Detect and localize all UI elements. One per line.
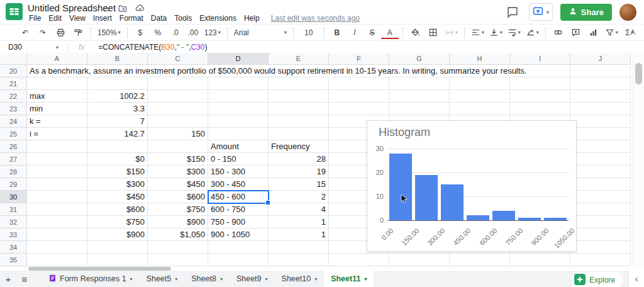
cell-J27[interactable] (570, 153, 631, 166)
cell-C26[interactable] (148, 140, 208, 153)
share-button[interactable]: Share (560, 4, 612, 21)
cell-C27[interactable]: $150 (148, 153, 208, 166)
cell-A33[interactable] (27, 228, 87, 241)
italic-button[interactable]: I (346, 26, 364, 40)
cell-J33[interactable] (570, 228, 631, 241)
print-button[interactable] (52, 26, 69, 40)
cell-C31[interactable]: $750 (148, 203, 208, 216)
cell-H21[interactable] (450, 77, 510, 90)
sheet-tab-caret-icon[interactable]: ▾ (364, 276, 367, 282)
create-filter-button[interactable]: ▾ (602, 26, 621, 40)
text-color-button[interactable]: A (381, 28, 399, 39)
cell-A23[interactable]: min (27, 103, 87, 115)
cell-H23[interactable] (450, 103, 510, 115)
sheet-tab-sheet10[interactable]: Sheet10▾ (275, 271, 325, 287)
menu-data[interactable]: Data (147, 13, 170, 23)
paint-format-button[interactable] (69, 26, 87, 40)
present-button[interactable]: ▾ (529, 3, 553, 21)
undo-button[interactable]: ↶ (16, 26, 34, 40)
row-header-21[interactable]: 21 (0, 77, 27, 90)
column-header-I[interactable]: I (510, 53, 570, 65)
chart-bar-750-900[interactable] (518, 218, 541, 220)
text-wrap-button[interactable]: ▾ (505, 26, 523, 40)
row-header-20[interactable]: 20 (0, 65, 27, 77)
cell-J20[interactable] (570, 65, 631, 77)
all-sheets-button[interactable]: ≡ (16, 271, 33, 287)
menu-format[interactable]: Format (116, 13, 147, 23)
add-sheet-button[interactable]: + (0, 271, 16, 287)
cell-D25[interactable] (208, 128, 269, 140)
cell-G21[interactable] (389, 77, 450, 90)
account-avatar[interactable] (619, 4, 636, 21)
cell-D28[interactable]: 150 - 300 (208, 166, 269, 178)
cell-D31[interactable]: 600 - 750 (208, 203, 269, 216)
vertical-scrollbar[interactable] (633, 53, 644, 266)
column-header-G[interactable]: G (389, 53, 450, 65)
vertical-align-button[interactable]: ▾ (487, 26, 505, 40)
star-icon[interactable]: ☆ (103, 4, 111, 14)
cell-I22[interactable] (510, 90, 570, 103)
row-header-25[interactable]: 25 (0, 128, 27, 140)
comment-history-icon[interactable] (504, 5, 521, 19)
cell-J35[interactable] (570, 254, 631, 266)
insert-link-button[interactable] (550, 26, 567, 40)
row-header-33[interactable]: 33 (0, 228, 27, 241)
last-edit-status[interactable]: Last edit was seconds ago (271, 14, 360, 23)
format-currency-button[interactable]: $ (131, 26, 149, 40)
text-rotation-button[interactable]: ▾ (523, 26, 541, 40)
cell-J23[interactable] (570, 103, 631, 115)
cell-E34[interactable] (269, 241, 329, 254)
cell-B30[interactable]: $450 (87, 191, 148, 203)
cell-D29[interactable]: 300 - 450 (208, 178, 269, 191)
cell-D27[interactable]: 0 - 150 (208, 153, 269, 166)
cell-A25[interactable]: i = (27, 128, 87, 140)
row-header-28[interactable]: 28 (0, 166, 27, 178)
cell-A35[interactable] (27, 254, 87, 266)
menu-extensions[interactable]: Extensions (196, 13, 240, 23)
menu-help[interactable]: Help (240, 13, 264, 23)
chart-bar-450-600[interactable] (467, 215, 489, 220)
cell-D26[interactable]: Amount (208, 140, 269, 153)
cell-A29[interactable] (27, 178, 87, 191)
cell-E30[interactable]: 2 (269, 191, 329, 203)
chart-bar-150-300[interactable] (415, 175, 438, 220)
cell-B22[interactable]: 1002.2 (87, 90, 148, 103)
increase-decimal-button[interactable]: .00 (184, 26, 202, 40)
cell-B27[interactable]: $0 (87, 153, 148, 166)
select-all-corner[interactable] (0, 53, 27, 65)
column-header-D[interactable]: D (208, 53, 269, 65)
cell-A26[interactable] (27, 140, 87, 153)
decrease-decimal-button[interactable]: .0 (167, 26, 184, 40)
sheet-tab-form-responses-1[interactable]: Form Responses 1▾ (42, 271, 140, 287)
cell-H22[interactable] (450, 90, 510, 103)
horizontal-align-button[interactable]: ▾ (469, 26, 487, 40)
cell-E35[interactable] (269, 254, 329, 266)
cell-B31[interactable]: $600 (87, 203, 148, 216)
row-header-23[interactable]: 23 (0, 103, 27, 115)
cell-I21[interactable] (510, 77, 570, 90)
cell-B23[interactable]: 3.3 (87, 103, 148, 115)
cell-C34[interactable] (148, 241, 208, 254)
cell-A22[interactable]: max (27, 90, 87, 103)
cell-E28[interactable]: 19 (269, 166, 329, 178)
menu-view[interactable]: View (65, 13, 89, 23)
cell-C35[interactable] (148, 254, 208, 266)
spreadsheet-grid[interactable]: ABCDEFGHIJ20As a benchmark, assume an in… (0, 53, 633, 266)
cell-G23[interactable] (389, 103, 450, 115)
cell-F21[interactable] (329, 77, 389, 90)
functions-button[interactable]: Σ▾ (621, 26, 638, 40)
cell-B28[interactable]: $150 (87, 166, 148, 178)
cell-F35[interactable] (329, 254, 389, 266)
row-header-22[interactable]: 22 (0, 90, 27, 103)
cell-J34[interactable] (570, 241, 631, 254)
sheets-logo-icon[interactable] (6, 3, 23, 20)
cell-B25[interactable]: 142.7 (87, 128, 148, 140)
sheet-tab-caret-icon[interactable]: ▾ (130, 276, 133, 282)
cell-C24[interactable] (148, 115, 208, 128)
row-header-34[interactable]: 34 (0, 241, 27, 254)
cell-J22[interactable] (570, 90, 631, 103)
cell-C32[interactable]: $900 (148, 216, 208, 228)
insert-chart-button[interactable] (585, 26, 602, 40)
cell-C23[interactable] (148, 103, 208, 115)
row-header-35[interactable]: 35 (0, 254, 27, 266)
